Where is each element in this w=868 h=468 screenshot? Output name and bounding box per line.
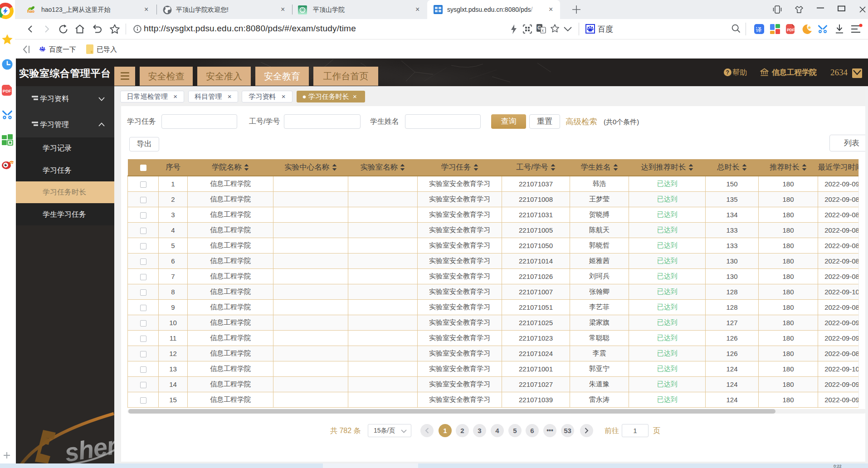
svg-text:PDF: PDF: [3, 88, 11, 93]
svg-text:hao: hao: [27, 9, 35, 14]
svg-text:?: ?: [726, 69, 729, 76]
svg-text:译: 译: [756, 26, 762, 33]
svg-text:du: du: [40, 49, 44, 52]
svg-text:PDF: PDF: [787, 28, 795, 32]
svg-text:shen: shen: [63, 430, 114, 463]
